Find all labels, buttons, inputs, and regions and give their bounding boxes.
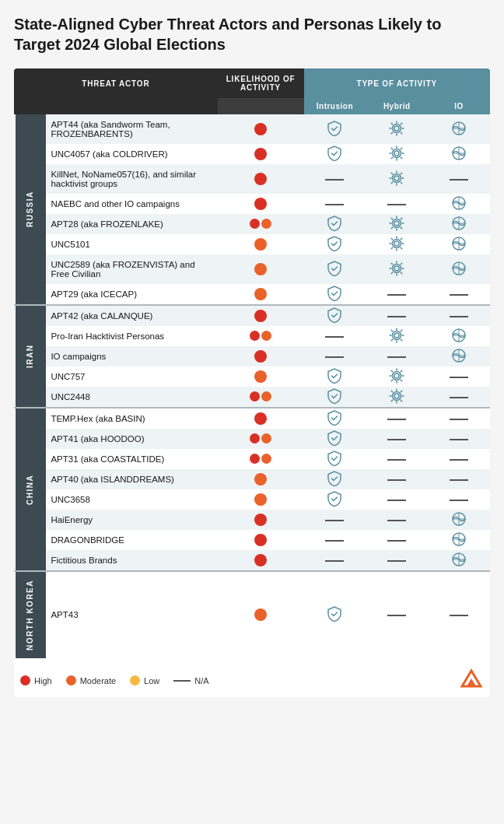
svg-point-1 — [393, 124, 401, 133]
dot-high — [254, 173, 267, 185]
svg-point-31 — [393, 331, 401, 340]
actor-name: APT42 (aka CALANQUE) — [45, 306, 218, 326]
shield-icon — [326, 377, 343, 386]
dot-moderate — [254, 288, 267, 300]
dot-high — [254, 554, 267, 566]
brand-logo — [459, 668, 484, 694]
shield-icon — [326, 615, 343, 624]
dash-indicator — [387, 316, 406, 317]
dash-indicator — [325, 356, 344, 358]
actor-name: KillNet, NoName057(16), and similar hack… — [45, 164, 218, 194]
intrusion-cell — [304, 144, 366, 164]
likelihood-cell — [218, 164, 304, 194]
likelihood-cell — [218, 572, 304, 658]
legend-na: N/A — [173, 676, 208, 685]
io-icon — [450, 560, 467, 570]
likelihood-cell — [218, 306, 304, 326]
hybrid-cell — [366, 510, 428, 530]
dash-indicator — [450, 615, 468, 616]
table-row: UNC2448 — [14, 387, 490, 407]
likelihood-cell — [218, 194, 304, 214]
io-cell — [428, 469, 490, 489]
dot-multi — [250, 331, 271, 341]
svg-point-20 — [394, 241, 399, 246]
likelihood-cell — [218, 254, 304, 284]
dash-indicator — [387, 479, 406, 481]
shield-icon — [326, 294, 343, 303]
likelihood-cell — [218, 429, 304, 449]
intrusion-cell — [304, 234, 366, 254]
io-cell — [428, 489, 490, 510]
dot-moderate — [261, 433, 271, 444]
header-sub-empty — [14, 98, 218, 114]
hybrid-cell — [366, 530, 428, 550]
table-row: Pro-Iran Hacktivist Personas — [14, 326, 490, 346]
table-row: UNC757 — [14, 366, 490, 387]
dash-indicator — [450, 439, 468, 440]
hybrid-cell — [366, 194, 428, 214]
legend-low-label: Low — [144, 676, 159, 685]
shield-icon — [326, 129, 343, 139]
dot-moderate — [254, 370, 267, 383]
dot-moderate — [254, 473, 267, 486]
header-hybrid: Hybrid — [366, 98, 428, 114]
dash-indicator — [450, 397, 468, 398]
dot-high — [250, 454, 260, 464]
table-row: UNC2589 (aka FROZENVISTA) and Free Civil… — [14, 254, 490, 284]
table-row: NAEBC and other IO campaigns — [14, 194, 490, 214]
table-row: RUSSIA APT44 (aka Sandworm Team, FROZENB… — [14, 114, 490, 144]
intrusion-cell — [304, 284, 366, 304]
likelihood-cell — [218, 114, 304, 144]
likelihood-cell — [218, 346, 304, 366]
hybrid-cell — [366, 114, 428, 144]
intrusion-cell — [304, 510, 366, 530]
dot-high — [254, 310, 267, 322]
dash-indicator — [387, 439, 406, 440]
gear-icon — [388, 397, 405, 406]
io-cell — [428, 144, 490, 164]
hybrid-cell — [366, 408, 428, 429]
dot-multi — [250, 433, 271, 444]
actor-name: APT44 (aka Sandworm Team, FROZENBARENTS) — [45, 114, 218, 144]
header-threat-actor: THREAT ACTOR — [14, 68, 218, 98]
io-icon — [450, 244, 467, 254]
shield-icon — [326, 500, 343, 509]
dash-indicator — [325, 336, 344, 338]
actor-name: APT29 (aka ICECAP) — [45, 284, 218, 304]
dash-indicator — [450, 479, 468, 481]
shield-icon — [326, 479, 343, 489]
dash-indicator — [325, 540, 344, 542]
dash-indicator — [450, 500, 468, 501]
dash-indicator — [387, 204, 406, 205]
dot-high — [254, 514, 267, 526]
table-row: NORTH KOREA APT43 — [14, 572, 490, 658]
svg-point-6 — [393, 149, 401, 158]
hybrid-cell — [366, 214, 428, 234]
actor-name: IO campaigns — [45, 346, 218, 366]
likelihood-cell — [218, 214, 304, 234]
legend-high-label: High — [34, 676, 52, 685]
intrusion-cell — [304, 194, 366, 214]
hybrid-cell — [366, 366, 428, 387]
dot-high — [250, 433, 260, 444]
intrusion-cell — [304, 346, 366, 366]
dash-indicator — [325, 179, 344, 181]
hybrid-cell — [366, 449, 428, 469]
actor-name: UNC4057 (aka COLDRIVER) — [45, 144, 218, 164]
intrusion-cell — [304, 387, 366, 407]
intrusion-cell — [304, 114, 366, 144]
header-intrusion: Intrusion — [304, 98, 366, 114]
shield-icon — [326, 459, 343, 468]
dash-indicator — [450, 294, 468, 296]
svg-point-41 — [393, 392, 401, 401]
intrusion-cell — [304, 254, 366, 284]
dot-multi — [250, 219, 271, 229]
svg-point-30 — [394, 333, 399, 338]
dot-moderate — [254, 493, 267, 506]
actor-name: UNC757 — [45, 366, 218, 387]
dot-moderate — [254, 608, 267, 621]
likelihood-cell — [218, 144, 304, 164]
shield-icon — [326, 269, 343, 279]
io-icon — [450, 520, 467, 529]
intrusion-cell — [304, 429, 366, 449]
